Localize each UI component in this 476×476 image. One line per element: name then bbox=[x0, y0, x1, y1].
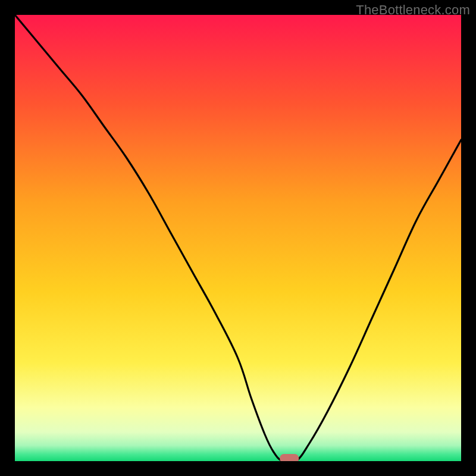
gradient-background bbox=[15, 15, 461, 461]
plot-area bbox=[15, 15, 461, 461]
chart-frame: TheBottleneck.com bbox=[0, 0, 476, 476]
bottleneck-chart bbox=[15, 15, 461, 461]
optimal-point-marker bbox=[280, 454, 299, 461]
